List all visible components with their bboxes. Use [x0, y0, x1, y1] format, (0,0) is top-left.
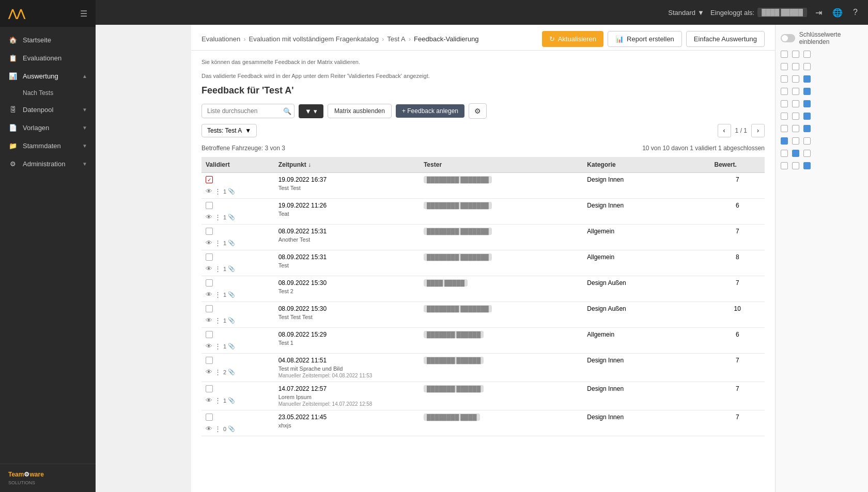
more-icon[interactable]: ⋮ [214, 291, 221, 298]
breadcrumb-test-a[interactable]: Test A [387, 35, 405, 43]
eye-icon[interactable]: 👁 [206, 368, 212, 376]
more-icon[interactable]: ⋮ [214, 425, 221, 433]
eye-icon[interactable]: 👁 [206, 187, 212, 195]
report-button[interactable]: 📊 Report erstellen [608, 31, 682, 47]
kv-checkbox-0-1[interactable] [792, 51, 799, 58]
kv-checkbox-9-0[interactable] [781, 162, 788, 169]
kv-checkbox-6-1[interactable] [792, 125, 799, 132]
more-icon[interactable]: ⋮ [214, 316, 221, 324]
next-page-button[interactable]: › [751, 124, 765, 137]
sidebar-item-administration[interactable]: ⚙ Administration ▼ [0, 155, 96, 173]
validated-checkbox[interactable] [206, 385, 213, 392]
kv-checkbox-8-2[interactable] [803, 150, 811, 157]
sidebar-item-auswertung[interactable]: 📊 Auswertung ▲ [0, 67, 96, 85]
eye-icon[interactable]: 👁 [206, 425, 212, 433]
validated-checkbox[interactable] [206, 253, 213, 261]
kv-checkbox-7-0[interactable] [781, 137, 788, 145]
sidebar-item-evaluationen[interactable]: 📋 Evaluationen [0, 49, 96, 67]
key-values-toggle-switch[interactable] [781, 34, 795, 42]
kv-checkbox-4-0[interactable] [781, 100, 788, 107]
kv-checkbox-2-1[interactable] [792, 75, 799, 83]
eye-icon[interactable]: 👁 [206, 265, 212, 273]
more-icon[interactable]: ⋮ [214, 213, 221, 221]
sidebar-item-vorlagen[interactable]: 📄 Vorlagen ▼ [0, 119, 96, 137]
validated-checkbox[interactable] [206, 357, 213, 364]
kv-checkbox-3-2[interactable] [803, 88, 811, 95]
kv-checkbox-2-2[interactable] [803, 75, 811, 83]
kv-checkbox-1-2[interactable] [803, 63, 811, 70]
refresh-button[interactable]: ↻ Aktualisieren [542, 31, 603, 47]
add-feedback-button[interactable]: + Feedback anlegen [396, 104, 464, 118]
eye-icon[interactable]: 👁 [206, 239, 212, 247]
kv-checkbox-7-1[interactable] [792, 137, 799, 145]
kv-checkbox-9-1[interactable] [792, 162, 799, 169]
more-icon[interactable]: ⋮ [214, 342, 221, 350]
breadcrumb-full-catalog[interactable]: Evaluation mit vollständigem Fragenkatal… [249, 35, 379, 43]
eye-icon[interactable]: 👁 [206, 396, 212, 404]
eye-icon[interactable]: 👁 [206, 342, 212, 350]
kv-checkbox-1-0[interactable] [781, 63, 788, 70]
more-icon[interactable]: ⋮ [214, 368, 221, 376]
kv-checkbox-5-1[interactable] [792, 113, 799, 120]
row-date: 19.09.2022 11:26 [278, 202, 415, 209]
sidebar-label-auswertung: Auswertung [23, 72, 77, 80]
prev-page-button[interactable]: ‹ [718, 124, 731, 137]
matrix-toggle-button[interactable]: Matrix ausblenden [328, 104, 392, 118]
kv-checkbox-7-2[interactable] [803, 137, 811, 145]
kv-checkbox-4-1[interactable] [792, 100, 799, 107]
sidebar-item-startseite[interactable]: 🏠 Startseite [0, 31, 96, 49]
kv-checkbox-5-2[interactable] [803, 113, 811, 120]
validated-checkbox[interactable] [206, 279, 213, 287]
kv-checkbox-9-2[interactable] [803, 162, 811, 169]
tests-dropdown[interactable]: Tests: Test A ▼ [202, 124, 257, 137]
eye-icon[interactable]: 👁 [206, 213, 212, 221]
kv-checkbox-8-0[interactable] [781, 150, 788, 157]
validated-checkbox[interactable] [206, 414, 213, 421]
logout-icon[interactable]: ⇥ [813, 6, 824, 20]
breadcrumb-sep-2: › [382, 35, 384, 43]
help-icon[interactable]: ? [851, 6, 860, 19]
attachment-icon: 📎 [228, 188, 235, 195]
kv-checkbox-5-0[interactable] [781, 113, 788, 120]
settings-button[interactable]: ⚙ [469, 103, 487, 119]
more-icon[interactable]: ⋮ [214, 239, 221, 247]
kv-checkbox-2-0[interactable] [781, 75, 788, 83]
more-icon[interactable]: ⋮ [214, 265, 221, 273]
tester-name: ████ █████ [424, 279, 468, 287]
kv-checkbox-0-2[interactable] [803, 51, 811, 58]
validated-checkbox[interactable] [206, 176, 213, 183]
row-category: Design Innen [583, 410, 710, 436]
breadcrumb-evaluationen[interactable]: Evaluationen [202, 35, 240, 43]
search-input[interactable] [202, 104, 295, 118]
sidebar-item-stammdaten[interactable]: 📁 Stammdaten ▼ [0, 137, 96, 155]
topbar-standard-dropdown[interactable]: Standard ▼ [668, 9, 704, 17]
more-icon[interactable]: ⋮ [214, 187, 221, 195]
validated-checkbox[interactable] [206, 305, 213, 312]
validated-checkbox[interactable] [206, 202, 213, 209]
sidebar-item-datenpool[interactable]: 🗄 Datenpool ▼ [0, 101, 96, 119]
simple-auswertung-button[interactable]: Einfache Auswertung [686, 31, 765, 47]
kv-checkbox-1-1[interactable] [792, 63, 799, 70]
kv-checkbox-3-1[interactable] [792, 88, 799, 95]
more-icon[interactable]: ⋮ [214, 396, 221, 404]
kv-checkbox-0-0[interactable] [781, 51, 788, 58]
sidebar-menu-button[interactable]: ☰ [80, 9, 87, 19]
sidebar-item-nach-tests[interactable]: Nach Tests [0, 85, 96, 101]
sidebar-header: ⋀⋀ ☰ [0, 0, 96, 27]
vorlagen-icon: 📄 [8, 124, 18, 132]
attachment-count: 1 [223, 343, 226, 350]
gear-icon: ⚙ [474, 107, 481, 115]
kv-checkbox-3-0[interactable] [781, 88, 788, 95]
validated-checkbox[interactable] [206, 331, 213, 338]
filter-icon: ▼ [305, 107, 312, 115]
globe-icon[interactable]: 🌐 [830, 6, 845, 20]
kv-checkbox-6-0[interactable] [781, 125, 788, 132]
search-button[interactable]: 🔍 [283, 107, 291, 115]
filter-button[interactable]: ▼ ▾ [299, 104, 323, 118]
kv-checkbox-8-1[interactable] [792, 150, 799, 157]
validated-checkbox[interactable] [206, 228, 213, 235]
kv-checkbox-6-2[interactable] [803, 125, 811, 132]
kv-checkbox-4-2[interactable] [803, 100, 811, 107]
eye-icon[interactable]: 👁 [206, 316, 212, 324]
eye-icon[interactable]: 👁 [206, 291, 212, 298]
